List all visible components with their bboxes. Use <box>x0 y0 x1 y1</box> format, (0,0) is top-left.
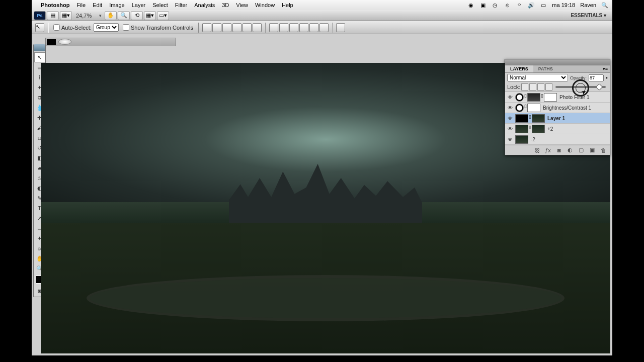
layer-row[interactable]: 👁 ▯ +2 <box>505 124 610 134</box>
spotlight-icon[interactable]: 🔍 <box>601 2 608 9</box>
tab-layers[interactable]: LAYERS <box>505 65 533 72</box>
zoom-dropdown-icon[interactable]: ▾ <box>99 13 102 18</box>
align-left-icon[interactable] <box>232 23 242 32</box>
menu-filter[interactable]: Filter <box>175 2 187 8</box>
menu-3d[interactable]: 3D <box>222 2 229 8</box>
mask-thumbnail[interactable] <box>515 114 528 123</box>
menu-analysis[interactable]: Analysis <box>194 2 215 8</box>
layer-thumbnail[interactable] <box>515 125 528 133</box>
clock[interactable]: ma 19:18 <box>552 2 575 8</box>
visibility-icon[interactable]: 👁 <box>507 136 514 143</box>
visibility-icon[interactable]: 👁 <box>507 125 514 132</box>
layer-name[interactable]: Layer 1 <box>547 116 565 121</box>
lock-transparent-icon[interactable] <box>521 83 528 90</box>
layer-row[interactable]: 👁 ▯ Brightness/Contrast 1 <box>505 103 610 113</box>
menu-layer[interactable]: Layer <box>132 2 146 8</box>
menu-edit[interactable]: Edit <box>93 2 102 8</box>
distribute-vcenter-icon[interactable] <box>279 23 288 32</box>
wifi-icon[interactable]: ⌔ <box>516 2 523 9</box>
layer-name[interactable]: -2 <box>531 137 535 142</box>
layer-thumbnail[interactable] <box>532 114 545 123</box>
link-layers-icon[interactable]: ⛓ <box>533 147 540 154</box>
menu-window[interactable]: Window <box>255 2 275 8</box>
visibility-icon[interactable]: 👁 <box>507 115 514 122</box>
adjustment-icon[interactable] <box>515 104 524 112</box>
align-vcenter-icon[interactable] <box>212 23 221 32</box>
distribute-hcenter-icon[interactable] <box>309 23 318 32</box>
layer-thumbnail[interactable] <box>515 135 528 144</box>
new-adjustment-icon[interactable]: ◐ <box>567 147 574 154</box>
layer-name[interactable]: Brightness/Contrast 1 <box>543 105 591 111</box>
menu-select[interactable]: Select <box>152 2 168 8</box>
align-bottom-icon[interactable] <box>222 23 231 32</box>
view-extras-icon[interactable]: ▦▾ <box>60 11 72 20</box>
layer-thumbnail[interactable] <box>527 93 540 102</box>
status-icon-timemachine[interactable]: ◷ <box>492 2 499 9</box>
auto-select-checkbox[interactable]: Auto-Select: <box>53 24 92 31</box>
volume-icon[interactable]: 🔊 <box>528 2 535 9</box>
app-name[interactable]: Photoshop <box>41 2 69 8</box>
distribute-top-icon[interactable] <box>269 23 278 32</box>
opacity-slider[interactable] <box>555 86 606 88</box>
layer-style-icon[interactable]: ƒx <box>544 147 551 154</box>
screen-mode-icon[interactable]: ▭▾ <box>157 11 169 20</box>
tab-paths[interactable]: PATHS <box>533 65 558 72</box>
show-transform-checkbox[interactable]: Show Transform Controls <box>123 24 193 31</box>
launch-bridge-icon[interactable]: ▤ <box>47 11 59 20</box>
align-right-icon[interactable] <box>253 23 262 32</box>
layer-thumbnail[interactable] <box>532 125 545 133</box>
ps-logo-icon[interactable]: Ps <box>34 11 46 20</box>
workspace-switcher[interactable]: ESSENTIALS ▾ <box>571 13 610 18</box>
document-tab-2[interactable] <box>58 39 71 45</box>
distribute-bottom-icon[interactable] <box>289 23 298 32</box>
opacity-input[interactable] <box>589 74 604 81</box>
status-icon-2[interactable]: ▣ <box>479 2 487 9</box>
panel-titlebar[interactable] <box>505 59 610 65</box>
new-group-icon[interactable]: ▢ <box>578 147 585 154</box>
app-toolbar: Ps ▤ ▦▾ 24,7% ▾ ✋ 🔍 ⟲ ▦▾ ▭▾ ESSENTIALS ▾ <box>32 10 612 21</box>
align-top-icon[interactable] <box>202 23 211 32</box>
move-tool-icon[interactable]: ↖ <box>34 52 45 62</box>
menu-help[interactable]: Help <box>282 2 293 8</box>
user-name[interactable]: Raven <box>580 2 596 8</box>
auto-select-dropdown[interactable]: Group <box>94 23 119 32</box>
battery-icon[interactable]: ▭ <box>540 2 547 9</box>
auto-align-icon[interactable] <box>336 23 345 32</box>
lock-pixels-icon[interactable] <box>529 83 536 90</box>
layer-name[interactable]: +2 <box>547 126 553 132</box>
layer-row[interactable]: 👁 ▯▯ Photo Filter 1 <box>505 92 610 103</box>
new-layer-icon[interactable]: ▣ <box>589 147 596 154</box>
mask-thumbnail[interactable] <box>544 93 557 102</box>
panel-menu-icon[interactable]: ▾≡ <box>601 65 610 72</box>
slider-thumb[interactable] <box>596 83 603 90</box>
adjustment-icon[interactable] <box>515 93 524 102</box>
zoom-tool-icon[interactable]: 🔍 <box>118 11 130 20</box>
opacity-dropdown-icon[interactable]: ▸ <box>606 75 608 80</box>
document-tab[interactable] <box>47 39 56 45</box>
menu-view[interactable]: View <box>236 2 248 8</box>
align-hcenter-icon[interactable] <box>243 23 252 32</box>
hand-tool-icon[interactable]: ✋ <box>105 11 117 20</box>
separator <box>332 23 333 33</box>
mask-thumbnail[interactable] <box>527 104 540 112</box>
blend-mode-dropdown[interactable]: Normal <box>507 74 568 81</box>
visibility-icon[interactable]: 👁 <box>507 94 514 101</box>
move-tool-preset-icon[interactable]: ↖ <box>35 23 44 32</box>
layer-row[interactable]: 👁 -2 <box>505 134 610 145</box>
arrange-documents-icon[interactable]: ▦▾ <box>144 11 156 20</box>
menu-file[interactable]: File <box>76 2 86 8</box>
delete-layer-icon[interactable]: 🗑 <box>600 147 607 154</box>
lock-all-icon[interactable] <box>545 83 552 90</box>
visibility-icon[interactable]: 👁 <box>507 104 514 111</box>
status-icon-1[interactable]: ◉ <box>467 2 474 9</box>
add-mask-icon[interactable]: ◙ <box>555 147 562 154</box>
separator <box>48 23 48 33</box>
layer-row[interactable]: 👁 ▯ Layer 1 <box>505 113 610 124</box>
distribute-right-icon[interactable] <box>319 23 329 32</box>
rotate-view-icon[interactable]: ⟲ <box>131 11 143 20</box>
menu-image[interactable]: Image <box>109 2 125 8</box>
zoom-level[interactable]: 24,7% <box>76 13 96 19</box>
lock-position-icon[interactable] <box>537 83 544 90</box>
distribute-left-icon[interactable] <box>299 23 308 32</box>
status-icon-bluetooth[interactable]: ⎋ <box>504 2 511 9</box>
